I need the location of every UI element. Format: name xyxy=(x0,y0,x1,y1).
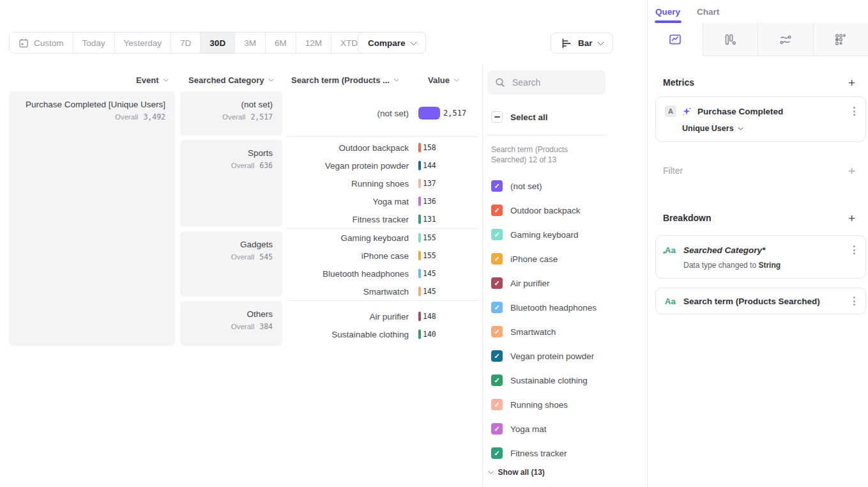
category-overall: Overall2,517 xyxy=(190,112,273,121)
metric-card[interactable]: A Purchase Completed Unique Users xyxy=(655,97,866,142)
event-cell[interactable]: Purchase Completed [Unique Users] Overal… xyxy=(9,91,175,346)
search-term-row-iphone-case[interactable]: iPhone case155 xyxy=(287,247,479,265)
checkbox-checked[interactable]: ✓ xyxy=(491,326,503,337)
range-label: XTD xyxy=(340,38,358,48)
add-breakdown-button[interactable]: + xyxy=(848,212,855,224)
legend-group-label: Search term (Products Searched) 12 of 13 xyxy=(491,144,603,165)
legend-item-air-purifier[interactable]: ✓Air purifier xyxy=(491,275,550,291)
category-name: Sports xyxy=(190,148,273,158)
value-bar xyxy=(418,287,421,297)
column-header-event[interactable]: Event xyxy=(9,73,167,87)
kebab-menu-icon[interactable] xyxy=(852,105,857,117)
legend-item-label: Fitness tracker xyxy=(510,449,567,458)
column-header-search-term[interactable]: Search term (Products ... xyxy=(291,73,438,87)
bar-chart-icon xyxy=(561,38,572,49)
value-label: 158 xyxy=(423,143,436,152)
legend-item-label: Vegan protein powder xyxy=(510,352,594,361)
search-term-row-yoga-mat[interactable]: Yoga mat136 xyxy=(287,192,479,210)
search-term-row-not-set[interactable]: (not set)2,517 xyxy=(287,100,479,126)
legend-item-smartwatch[interactable]: ✓Smartwatch xyxy=(491,324,556,339)
checkbox-checked[interactable]: ✓ xyxy=(491,375,503,386)
category-overall: Overall384 xyxy=(190,322,273,331)
range-button-7d[interactable]: 7D xyxy=(171,33,201,53)
search-term-row-running-shoes[interactable]: Running shoes137 xyxy=(287,174,479,192)
search-term-row-fitness-tracker[interactable]: Fitness tracker131 xyxy=(287,210,479,228)
search-input[interactable] xyxy=(511,77,597,88)
check-icon: ✓ xyxy=(494,280,499,287)
group-separator xyxy=(287,228,478,229)
category-cell-others[interactable]: OthersOverall384 xyxy=(180,301,282,346)
category-name: Others xyxy=(190,309,273,319)
checkbox-checked[interactable]: ✓ xyxy=(491,229,503,240)
report-type-retention[interactable] xyxy=(813,23,868,56)
breakdown-note: Data type changed to String xyxy=(683,261,857,270)
overall-value: 3,492 xyxy=(143,112,165,121)
chart-type-button[interactable]: Bar xyxy=(551,33,613,54)
search-term-row-bluetooth-headphones[interactable]: Bluetooth headphones145 xyxy=(287,265,479,282)
search-term-row-vegan-protein-powder[interactable]: Vegan protein powder144 xyxy=(287,157,479,174)
tab-query[interactable]: Query xyxy=(655,7,680,17)
legend-item-fitness-tracker[interactable]: ✓Fitness tracker xyxy=(491,445,567,461)
checkbox-checked[interactable]: ✓ xyxy=(491,350,503,362)
report-type-flows[interactable] xyxy=(758,23,813,56)
range-button-12m[interactable]: 12M xyxy=(296,33,331,53)
checkbox-checked[interactable]: ✓ xyxy=(491,205,503,216)
chevron-down-icon xyxy=(410,39,416,45)
checkbox-checked[interactable]: ✓ xyxy=(491,253,503,265)
kebab-menu-icon[interactable] xyxy=(852,244,857,256)
category-name: Gadgets xyxy=(190,240,273,249)
report-type-funnels[interactable] xyxy=(703,23,758,56)
search-term-row-gaming-keyboard[interactable]: Gaming keyboard155 xyxy=(287,229,479,247)
chart-type-label: Bar xyxy=(578,38,593,48)
checkbox-checked[interactable]: ✓ xyxy=(491,447,503,459)
select-all-row[interactable]: Select all xyxy=(491,111,548,123)
legend-item-iphone-case[interactable]: ✓iPhone case xyxy=(491,251,558,267)
checkbox-checked[interactable]: ✓ xyxy=(491,423,503,435)
search-term-row-air-purifier[interactable]: Air purifier148 xyxy=(287,307,479,325)
column-header-value[interactable]: Value xyxy=(428,73,479,87)
checkbox-checked[interactable]: ✓ xyxy=(491,399,503,410)
legend-item-sustainable-clothing[interactable]: ✓Sustainable clothing xyxy=(491,373,588,388)
checkbox-checked[interactable]: ✓ xyxy=(491,180,503,192)
search-term-row-outdoor-backpack[interactable]: Outdoor backpack158 xyxy=(287,139,479,157)
value-bar xyxy=(418,179,421,189)
column-header-searched-category[interactable]: Searched Category xyxy=(180,73,273,87)
breakdown-card-searched-category[interactable]: Aa* Searched Category* Data type changed… xyxy=(655,235,866,279)
range-label: 12M xyxy=(305,38,322,48)
legend-item-running-shoes[interactable]: ✓Running shoes xyxy=(491,397,568,412)
legend-item-gaming-keyboard[interactable]: ✓Gaming keyboard xyxy=(491,227,579,242)
range-button-today[interactable]: Today xyxy=(73,33,115,53)
select-all-checkbox[interactable] xyxy=(491,111,503,123)
range-button-30d[interactable]: 30D xyxy=(201,33,235,53)
kebab-menu-icon[interactable] xyxy=(852,295,857,307)
legend-item-not-set[interactable]: ✓(not set) xyxy=(491,178,542,194)
compare-button[interactable]: Compare xyxy=(358,32,426,54)
report-type-insights[interactable] xyxy=(648,23,703,56)
search-term-row-sustainable-clothing[interactable]: Sustainable clothing140 xyxy=(287,325,479,343)
add-filter-button[interactable]: + xyxy=(848,165,855,177)
range-button-3m[interactable]: 3M xyxy=(235,33,266,53)
search-term-label: Running shoes xyxy=(287,179,409,189)
range-button-yesterday[interactable]: Yesterday xyxy=(115,33,172,53)
counting-method-dropdown[interactable]: Unique Users xyxy=(682,124,857,133)
breakdown-card-search-term[interactable]: Aa Search term (Products Searched) xyxy=(655,288,866,314)
legend-item-vegan-protein-powder[interactable]: ✓Vegan protein powder xyxy=(491,348,594,364)
legend-item-yoga-mat[interactable]: ✓Yoga mat xyxy=(491,421,547,437)
show-all-button[interactable]: Show all (13) xyxy=(489,468,545,477)
search-term-row-smartwatch[interactable]: Smartwatch145 xyxy=(287,282,479,300)
range-button-custom[interactable]: Custom xyxy=(10,33,73,53)
search-box[interactable] xyxy=(487,70,605,95)
value-label: 131 xyxy=(423,215,436,224)
tab-chart[interactable]: Chart xyxy=(697,7,719,17)
add-metric-button[interactable]: + xyxy=(848,77,855,89)
legend-item-outdoor-backpack[interactable]: ✓Outdoor backpack xyxy=(491,203,581,218)
legend-item-bluetooth-headphones[interactable]: ✓Bluetooth headphones xyxy=(491,300,597,315)
category-cell-gadgets[interactable]: GadgetsOverall545 xyxy=(180,231,282,297)
category-cell-sports[interactable]: SportsOverall636 xyxy=(180,140,282,227)
category-cell-not-set[interactable]: (not set)Overall2,517 xyxy=(180,91,282,135)
range-button-6m[interactable]: 6M xyxy=(266,33,296,53)
checkbox-checked[interactable]: ✓ xyxy=(491,277,503,289)
group-separator xyxy=(287,136,478,137)
check-icon: ✓ xyxy=(494,231,499,238)
checkbox-checked[interactable]: ✓ xyxy=(491,302,503,313)
